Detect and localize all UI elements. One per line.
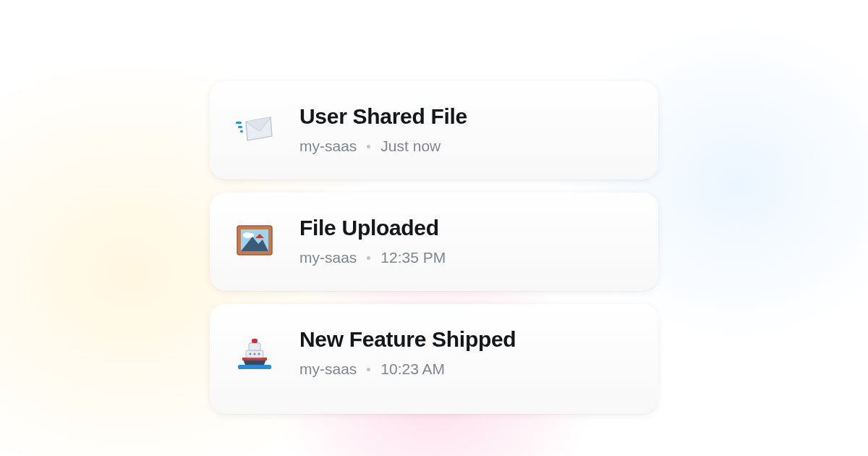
meta-separator-dot: [367, 145, 370, 148]
svg-rect-10: [249, 343, 260, 350]
notification-title: New Feature Shipped: [299, 327, 634, 352]
notification-project: my-saas: [299, 138, 357, 155]
svg-rect-7: [238, 365, 271, 369]
notification-meta: my-saas 12:35 PM: [299, 249, 634, 266]
meta-separator-dot: [367, 368, 370, 371]
notification-content: File Uploaded my-saas 12:35 PM: [299, 216, 634, 266]
envelope-send-icon: [234, 109, 275, 149]
svg-rect-8: [242, 358, 267, 360]
notification-meta: my-saas 10:23 AM: [299, 360, 634, 378]
meta-separator-dot: [367, 256, 370, 260]
svg-point-6: [248, 233, 254, 237]
notification-project: my-saas: [299, 360, 357, 378]
notifications-list: User Shared File my-saas Just now: [0, 0, 868, 414]
notification-title: File Uploaded: [299, 216, 634, 240]
svg-point-13: [254, 353, 256, 355]
notification-time: 12:35 PM: [380, 249, 446, 266]
notification-project: my-saas: [299, 249, 357, 266]
notification-meta: my-saas Just now: [299, 138, 634, 155]
svg-rect-1: [238, 126, 242, 128]
notification-card[interactable]: File Uploaded my-saas 12:35 PM: [210, 193, 658, 291]
framed-picture-icon: [234, 220, 275, 261]
notification-time: Just now: [380, 138, 441, 155]
notification-content: New Feature Shipped my-saas 10:23 AM: [299, 327, 634, 378]
notification-time: 10:23 AM: [380, 360, 445, 378]
notification-card[interactable]: New Feature Shipped my-saas 10:23 AM: [210, 304, 658, 414]
notification-card[interactable]: User Shared File my-saas Just now: [210, 81, 658, 180]
ship-icon: [234, 332, 275, 372]
svg-point-12: [250, 353, 252, 355]
notification-title: User Shared File: [299, 104, 634, 129]
notification-content: User Shared File my-saas Just now: [299, 104, 634, 155]
svg-point-14: [258, 353, 260, 355]
svg-rect-0: [236, 122, 242, 124]
svg-rect-2: [240, 130, 243, 132]
svg-rect-11: [252, 339, 258, 343]
